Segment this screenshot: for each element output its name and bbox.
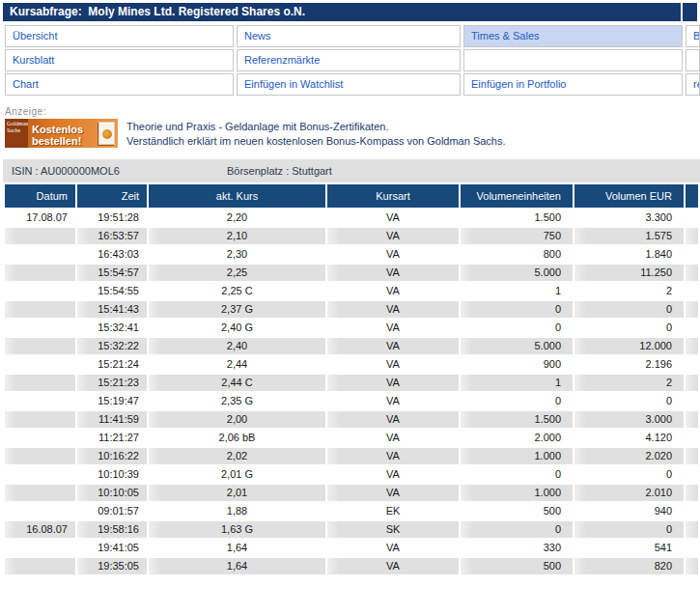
cell-volumeneinheiten: 800 (461, 246, 573, 263)
cell-partial (686, 448, 698, 464)
cell-volumen-eur: 1.840 (574, 246, 684, 263)
cell-volumen-eur: 820 (574, 558, 684, 574)
cell-volumeneinheiten: 500 (461, 558, 573, 574)
nav-item-times-sales[interactable]: Times & Sales (463, 25, 683, 47)
table-row: 15:54:572,25VA5.00011.250 (5, 265, 698, 281)
cell-volumen-eur: 940 (574, 503, 684, 519)
cell-volumeneinheiten: 0 (461, 301, 573, 318)
cell-akt-kurs: 2,01 G (149, 466, 325, 483)
cell-zeit: 19:41:05 (77, 540, 147, 556)
cell-volumeneinheiten: 0 (461, 521, 573, 538)
cell-akt-kurs: 2,30 (149, 246, 325, 263)
ad-label: Anzeige: (5, 106, 700, 117)
times-and-sales-table: DatumZeitakt. KursKursartVolumeneinheite… (3, 182, 700, 576)
cell-kursart: VA (327, 448, 459, 464)
cell-volumen-eur: 4.120 (574, 430, 684, 446)
cell-volumen-eur: 0 (574, 521, 684, 538)
cell-datum (5, 265, 75, 281)
table-row: 16:53:572,10VA7501.575 (5, 228, 698, 244)
cell-volumeneinheiten: 1.500 (461, 210, 573, 226)
cell-akt-kurs: 2,35 G (149, 393, 325, 409)
nav-item-einfügen-in-watchlist[interactable]: Einfügen in Watchlist (237, 73, 461, 96)
table-row: 11:41:592,00VA1.5003.000 (5, 411, 698, 428)
goldman-sachs-logo: Goldman Sachs (5, 119, 28, 148)
cell-volumeneinheiten: 1.000 (461, 448, 573, 464)
table-row: 15:19:472,35 GVA00 (5, 393, 698, 409)
cell-zeit: 19:58:16 (77, 521, 147, 538)
cell-zeit: 15:19:47 (77, 393, 147, 409)
cell-zeit: 16:53:57 (77, 228, 147, 244)
cell-volumeneinheiten: 0 (461, 393, 573, 409)
cell-zeit: 15:21:23 (77, 375, 147, 391)
cell-partial (686, 356, 698, 373)
cell-partial (686, 228, 698, 244)
cell-akt-kurs: 1,63 G (149, 521, 325, 538)
cell-volumen-eur: 2.010 (574, 485, 684, 501)
cell-kursart: EK (327, 503, 459, 519)
table-row: 10:16:222,02VA1.0002.020 (5, 448, 698, 464)
cell-zeit: 16:43:03 (77, 246, 147, 263)
cell-volumen-eur: 2 (574, 283, 684, 299)
nav-item-übersicht[interactable]: Übersicht (5, 25, 234, 47)
cell-datum (5, 485, 75, 501)
cell-partial (686, 375, 698, 391)
table-row: 15:54:552,25 CVA12 (5, 283, 698, 299)
ad-text-line1: Theorie und Praxis - Geldanlage mit Bonu… (126, 120, 506, 134)
cell-kursart: VA (327, 228, 459, 244)
cell-volumen-eur: 11.250 (574, 265, 684, 281)
cell-akt-kurs: 2,02 (149, 448, 325, 464)
cell-kursart: VA (327, 246, 459, 263)
cell-akt-kurs: 2,01 (149, 485, 325, 501)
nav-cell-empty (686, 49, 700, 71)
cell-partial (686, 301, 698, 318)
cell-partial (686, 503, 698, 519)
cell-volumen-eur: 0 (574, 393, 684, 409)
cell-zeit: 09:01:57 (77, 503, 147, 519)
cell-zeit: 19:35:05 (77, 558, 147, 574)
table-row: 15:32:222,40VA5.00012.000 (5, 338, 698, 354)
cell-volumeneinheiten: 1 (461, 283, 573, 299)
nav-item-kursblatt[interactable]: Kursblatt (5, 49, 234, 71)
cell-datum (5, 338, 75, 354)
table-row: 10:10:392,01 GVA00 (5, 466, 698, 483)
cell-akt-kurs: 2,06 bB (149, 430, 325, 446)
table-row: 15:21:242,44VA9002.196 (5, 356, 698, 373)
nav-item-einfügen-in-portfolio[interactable]: Einfügen in Portfolio (463, 73, 683, 96)
cell-partial (686, 521, 698, 538)
cell-partial (686, 320, 698, 336)
cell-kursart: VA (327, 356, 459, 373)
cell-volumen-eur: 2.020 (574, 448, 684, 464)
nav-item-re[interactable]: re (686, 73, 700, 96)
cell-volumen-eur: 1.575 (574, 228, 684, 244)
exchange-value: Börsenplatz : Stuttgart (227, 165, 332, 177)
table-row: 16.08.0719:58:161,63 GSK00 (5, 521, 698, 538)
nav-item-news[interactable]: News (237, 25, 461, 47)
cell-datum: 16.08.07 (5, 521, 75, 538)
table-row: 19:35:051,64VA500820 (5, 558, 698, 574)
cell-datum (5, 430, 75, 446)
cell-datum (5, 301, 75, 318)
nav-item-referenzmärkte[interactable]: Referenzmärkte (237, 49, 461, 71)
nav-item-chart[interactable]: Chart (5, 73, 234, 96)
column-header-kursart: Kursart (327, 184, 459, 208)
cell-volumen-eur: 0 (574, 466, 684, 483)
cell-kursart: VA (327, 320, 459, 336)
cell-volumeneinheiten: 900 (461, 356, 573, 373)
cell-volumen-eur: 2 (574, 375, 684, 391)
cell-partial (686, 485, 698, 501)
cell-kursart: VA (327, 430, 459, 446)
cell-akt-kurs: 2,37 G (149, 301, 325, 318)
nav-item-b[interactable]: B (686, 25, 700, 47)
cell-akt-kurs: 2,40 G (149, 320, 325, 336)
cell-volumen-eur: 541 (574, 540, 684, 556)
cell-datum (5, 558, 75, 574)
goldman-sachs-banner[interactable]: Goldman Sachs Kostenlos bestellen! (5, 119, 118, 148)
cell-volumeneinheiten: 750 (461, 228, 573, 244)
cell-volumeneinheiten: 500 (461, 503, 573, 519)
cell-kursart: VA (327, 466, 459, 483)
cell-kursart: VA (327, 301, 459, 318)
cell-zeit: 11:21:27 (77, 430, 147, 446)
cell-volumen-eur: 0 (574, 320, 684, 336)
titlebar: Kursabfrage: Moly Mines Ltd. Registered … (3, 3, 700, 21)
column-header-volumeneinheiten: Volumeneinheiten (461, 184, 573, 208)
